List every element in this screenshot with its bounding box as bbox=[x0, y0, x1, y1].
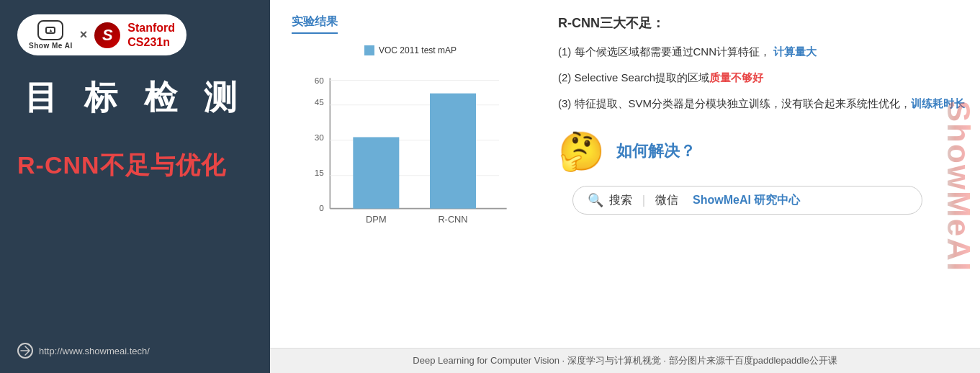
monitor-icon bbox=[45, 27, 55, 34]
info-item-3-highlight: 训练耗时长 bbox=[911, 97, 965, 109]
showme-text: Show Me AI bbox=[29, 42, 73, 50]
svg-text:DPM: DPM bbox=[366, 214, 386, 225]
chart-section-title: 实验结果 bbox=[292, 14, 338, 34]
link-text: http://www.showmeai.tech/ bbox=[39, 346, 150, 356]
svg-text:45: 45 bbox=[315, 97, 325, 107]
search-text: 搜索 bbox=[609, 193, 632, 208]
link-icon bbox=[17, 343, 33, 359]
info-item-3-prefix: (3) 特征提取、SVM分类器是分模块独立训练，没有联合起来系统性优化， bbox=[558, 97, 911, 109]
stanford-s-icon: S bbox=[94, 22, 120, 48]
svg-text:30: 30 bbox=[315, 132, 325, 142]
stanford-course: CS231n bbox=[127, 35, 175, 49]
info-item-1-prefix: (1) 每个候选区域都需要通过CNN计算特征， bbox=[558, 45, 770, 58]
stanford-name: Stanford bbox=[127, 21, 175, 35]
legend-color-box bbox=[364, 45, 374, 55]
search-container: 🔍 搜索 ｜ 微信 ShowMeAI 研究中心 bbox=[558, 186, 966, 215]
info-item-3: (3) 特征提取、SVM分类器是分模块独立训练，没有联合起来系统性优化，训练耗时… bbox=[558, 95, 966, 112]
bar-chart: 0 15 30 45 60 DPM bbox=[292, 61, 522, 248]
chart-legend: VOC 2011 test mAP bbox=[292, 45, 529, 55]
stanford-logo: S bbox=[94, 22, 120, 48]
main-content: 实验结果 VOC 2011 test mAP 0 15 30 45 60 bbox=[270, 0, 980, 373]
website-link[interactable]: http://www.showmeai.tech/ bbox=[17, 343, 150, 359]
info-item-2: (2) Selective Search提取的区域质量不够好 bbox=[558, 69, 966, 86]
footer: Deep Learning for Computer Vision · 深度学习… bbox=[270, 348, 980, 373]
info-item-2-prefix: (2) Selective Search提取的区域 bbox=[558, 71, 709, 84]
logo-area: Show Me AI × S Stanford CS231n bbox=[17, 14, 186, 55]
dpm-bar bbox=[353, 137, 399, 208]
info-section: R-CNN三大不足： (1) 每个候选区域都需要通过CNN计算特征， 计算量大 … bbox=[544, 0, 980, 348]
solve-row: 🤔 如何解决？ bbox=[558, 132, 966, 170]
info-title: R-CNN三大不足： bbox=[558, 14, 966, 32]
subtitle: R-CNN不足与优化 bbox=[17, 149, 253, 182]
search-bar[interactable]: 🔍 搜索 ｜ 微信 ShowMeAI 研究中心 bbox=[572, 186, 922, 215]
search-icon: 🔍 bbox=[588, 192, 603, 208]
chart-section: 实验结果 VOC 2011 test mAP 0 15 30 45 60 bbox=[270, 0, 544, 348]
search-wechat: 微信 bbox=[655, 193, 678, 208]
stanford-text: Stanford CS231n bbox=[127, 21, 175, 48]
rcnn-bar bbox=[430, 94, 476, 209]
solve-text: 如何解决？ bbox=[616, 140, 696, 162]
info-item-2-highlight: 质量不够好 bbox=[709, 71, 763, 84]
info-item-1-highlight: 计算量大 bbox=[773, 45, 817, 58]
cross-symbol: × bbox=[80, 27, 88, 42]
info-item-1: (1) 每个候选区域都需要通过CNN计算特征， 计算量大 bbox=[558, 43, 966, 60]
thinking-emoji: 🤔 bbox=[558, 132, 605, 170]
svg-text:0: 0 bbox=[319, 203, 324, 212]
sidebar: Show Me AI × S Stanford CS231n 目 标 检 测 R… bbox=[0, 0, 270, 373]
svg-text:15: 15 bbox=[315, 168, 325, 177]
search-divider: ｜ bbox=[638, 193, 649, 208]
svg-text:R-CNN: R-CNN bbox=[438, 214, 467, 225]
showme-logo: Show Me AI bbox=[29, 20, 73, 50]
legend-label: VOC 2011 test mAP bbox=[379, 45, 457, 55]
search-brand-name: ShowMeAI 研究中心 bbox=[693, 193, 800, 208]
chart-container: 0 15 30 45 60 DPM bbox=[292, 61, 522, 248]
showme-icon bbox=[37, 20, 63, 40]
svg-text:60: 60 bbox=[315, 76, 325, 85]
page-title: 目 标 检 测 bbox=[17, 76, 253, 120]
content-top: 实验结果 VOC 2011 test mAP 0 15 30 45 60 bbox=[270, 0, 980, 348]
footer-text: Deep Learning for Computer Vision · 深度学习… bbox=[413, 355, 837, 366]
